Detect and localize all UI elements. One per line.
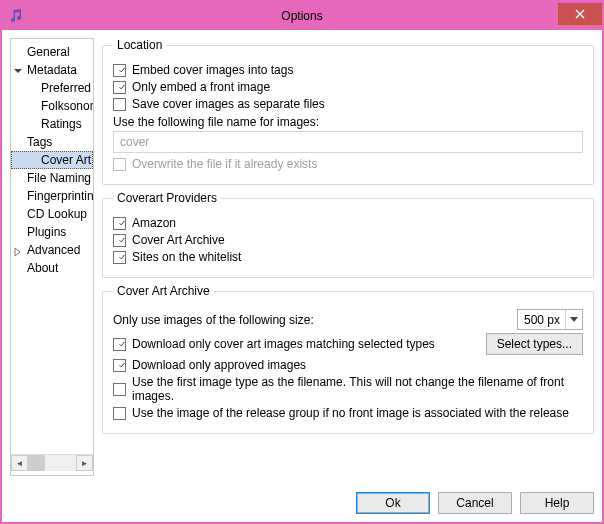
tree-item-tags[interactable]: Tags [11,133,93,151]
overwrite-label: Overwrite the file if it already exists [132,157,317,171]
caret-right-icon[interactable] [13,244,23,254]
tree-item-preferred[interactable]: Preferred Releases [11,79,93,97]
archive-group: Cover Art Archive Only use images of the… [102,284,594,434]
tree-item-about[interactable]: About [11,259,93,277]
app-icon [8,8,24,24]
caret-down-icon[interactable] [13,64,23,74]
close-button[interactable] [558,3,602,25]
tree-item-ratings[interactable]: Ratings [11,115,93,133]
tree-list: General Metadata Preferred Releases Folk… [11,43,93,454]
whitelist-checkbox[interactable] [113,251,126,264]
first-filename-checkbox[interactable] [113,383,126,396]
amazon-checkbox[interactable] [113,217,126,230]
tree-item-general[interactable]: General [11,43,93,61]
caa-label: Cover Art Archive [132,233,225,247]
location-group: Location Embed cover images into tags On… [102,38,594,185]
ok-button[interactable]: Ok [356,492,430,514]
content-area: General Metadata Preferred Releases Folk… [2,30,602,484]
overwrite-checkbox [113,158,126,171]
release-group-label: Use the image of the release group if no… [132,406,569,420]
settings-panel: Location Embed cover images into tags On… [102,38,594,476]
watermark-text: APPNEE.COM [11,346,13,432]
tree-hscrollbar[interactable]: ◄ ► [11,454,93,471]
caa-checkbox[interactable] [113,234,126,247]
save-separate-checkbox[interactable] [113,98,126,111]
dialog-buttons: Ok Cancel Help [2,484,602,522]
tree-item-metadata[interactable]: Metadata [11,61,93,79]
chevron-down-icon [565,310,582,329]
tree-item-fingerprinting[interactable]: Fingerprinting [11,187,93,205]
select-types-button[interactable]: Select types... [486,333,583,355]
scroll-left-icon[interactable]: ◄ [11,455,28,471]
filename-note: Use the following file name for images: [113,115,583,129]
category-tree: General Metadata Preferred Releases Folk… [10,38,94,476]
only-front-label: Only embed a front image [132,80,270,94]
approved-checkbox[interactable] [113,359,126,372]
save-separate-label: Save cover images as separate files [132,97,325,111]
download-types-checkbox[interactable] [113,338,126,351]
size-value: 500 px [524,313,560,327]
tree-item-cover-art[interactable]: Cover Art [11,151,93,169]
whitelist-label: Sites on the whitelist [132,250,241,264]
scroll-right-icon[interactable]: ► [76,455,93,471]
embed-label: Embed cover images into tags [132,63,293,77]
scroll-thumb[interactable] [28,455,45,471]
download-types-label: Download only cover art images matching … [132,337,435,351]
providers-legend: Coverart Providers [113,191,221,205]
size-select[interactable]: 500 px [517,309,583,330]
tree-item-plugins[interactable]: Plugins [11,223,93,241]
tree-item-folksonomy[interactable]: Folksonomy Tags [11,97,93,115]
window-title: Options [2,9,602,23]
cancel-button[interactable]: Cancel [438,492,512,514]
location-legend: Location [113,38,166,52]
options-dialog: Options General Metadata Preferred Relea… [0,0,604,524]
tree-item-cd-lookup[interactable]: CD Lookup [11,205,93,223]
help-button[interactable]: Help [520,492,594,514]
archive-legend: Cover Art Archive [113,284,214,298]
release-group-checkbox[interactable] [113,407,126,420]
embed-checkbox[interactable] [113,64,126,77]
scroll-track[interactable] [28,455,76,471]
size-label: Only use images of the following size: [113,313,314,327]
approved-label: Download only approved images [132,358,306,372]
filename-input[interactable]: cover [113,131,583,153]
amazon-label: Amazon [132,216,176,230]
tree-item-advanced[interactable]: Advanced [11,241,93,259]
providers-group: Coverart Providers Amazon Cover Art Arch… [102,191,594,278]
tree-item-file-naming[interactable]: File Naming [11,169,93,187]
titlebar[interactable]: Options [2,2,602,30]
first-filename-label: Use the first image type as the filename… [132,375,583,403]
only-front-checkbox[interactable] [113,81,126,94]
